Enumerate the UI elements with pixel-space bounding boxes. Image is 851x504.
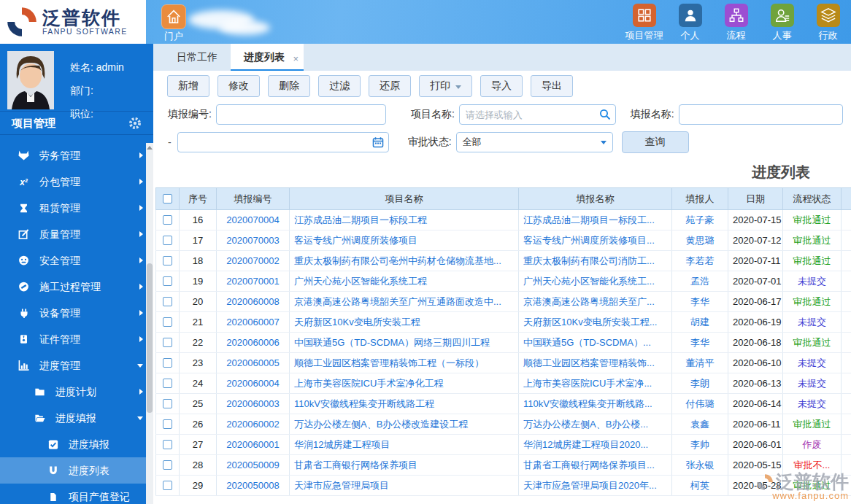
cell-report-no[interactable]: 2020070004 xyxy=(226,214,279,225)
tab-progress-list[interactable]: 进度列表 × xyxy=(231,44,304,71)
cell-project-name[interactable]: 天津市应急管理局项目 xyxy=(294,480,389,491)
row-checkbox[interactable] xyxy=(163,317,172,327)
toolbar-button-1[interactable]: 新增 xyxy=(167,75,209,97)
cell-report-no[interactable]: 2020060006 xyxy=(226,337,279,348)
cell-project-name[interactable]: 华润12城房建工程项目 xyxy=(294,439,390,450)
sidebar-item-进度列表[interactable]: 进度列表 xyxy=(0,457,153,484)
cell-report-name[interactable]: 华润12城房建工程项目2020... xyxy=(523,439,648,450)
row-checkbox[interactable] xyxy=(163,276,172,286)
cell-report-name[interactable]: 天府新区10Kv变电所安装工程... xyxy=(523,317,657,327)
query-button[interactable]: 查询 xyxy=(622,131,689,153)
row-checkbox[interactable] xyxy=(163,358,172,368)
cell-report-name[interactable]: 万达办公楼左侧A、B办公楼... xyxy=(523,419,648,430)
sidebar-item-证件管理[interactable]: 证件管理 xyxy=(0,326,153,352)
row-checkbox[interactable] xyxy=(163,215,172,225)
cell-report-name[interactable]: 天津市应急管理局项目2020年... xyxy=(523,480,657,491)
cell-project-name[interactable]: 中国联通5G（TD-SCDMA）网络三期四川工程 xyxy=(294,337,490,348)
scrollbar-thumb[interactable] xyxy=(147,263,153,413)
cell-report-name[interactable]: 甘肃省工商银行网络保养项目... xyxy=(523,460,655,470)
cell-report-no[interactable]: 2020070003 xyxy=(226,235,279,246)
toolbar-button-4[interactable]: 过滤 xyxy=(318,75,361,97)
cell-person[interactable]: 李帅 xyxy=(690,439,709,450)
sidebar-item-进度填报[interactable]: 进度填报 xyxy=(0,405,153,431)
row-checkbox[interactable] xyxy=(163,379,172,388)
cell-report-name[interactable]: 110kV安徽线程集变开断线路... xyxy=(523,398,652,409)
cell-project-name[interactable]: 客运专线广州调度所装修项目 xyxy=(294,235,417,246)
cell-report-name[interactable]: 广州天心苑小区智能化系统工... xyxy=(523,276,655,287)
toolbar-button-7[interactable]: 导入 xyxy=(480,75,523,97)
report-name-input[interactable] xyxy=(679,104,843,125)
cell-person[interactable]: 胡建 xyxy=(690,317,709,327)
cell-report-name[interactable]: 客运专线广州调度所装修项目... xyxy=(523,235,655,246)
nav-hr[interactable]: 人事 xyxy=(759,4,805,42)
cell-report-no[interactable]: 2020060008 xyxy=(226,296,279,307)
cell-project-name[interactable]: 上海市美容医院ICU手术室净化工程 xyxy=(294,378,443,389)
nav-portal[interactable]: 门户 xyxy=(158,4,190,43)
cell-report-name[interactable]: 中国联通5G（TD-SCDMA）... xyxy=(523,337,651,348)
cell-report-no[interactable]: 2020060002 xyxy=(226,419,279,430)
cell-project-name[interactable]: 江苏成品油二期项目一标段工程 xyxy=(294,214,427,225)
sidebar-item-进度计划[interactable]: 进度计划 xyxy=(0,379,153,405)
row-checkbox[interactable] xyxy=(163,440,172,449)
gear-icon[interactable] xyxy=(128,117,142,130)
cell-report-no[interactable]: 2020060005 xyxy=(226,357,279,368)
report-no-input[interactable] xyxy=(216,104,386,125)
search-icon[interactable] xyxy=(599,109,611,120)
nav-project-management[interactable]: 项目管理 xyxy=(621,4,667,42)
cell-project-name[interactable]: 顺德工业园区档案管理精装饰工程（一标段） xyxy=(294,357,484,368)
sidebar-item-分包管理[interactable]: x²分包管理 xyxy=(0,168,153,195)
cell-report-no[interactable]: 2020050008 xyxy=(226,480,279,491)
row-checkbox[interactable] xyxy=(163,481,172,490)
cell-report-name[interactable]: 江苏成品油二期项目一标段工... xyxy=(523,214,655,225)
tab-close-icon[interactable]: × xyxy=(293,45,299,72)
cell-project-name[interactable]: 广州天心苑小区智能化系统工程 xyxy=(294,276,427,287)
cell-person[interactable]: 袁鑫 xyxy=(690,419,709,430)
cell-project-name[interactable]: 万达办公楼左侧A、B办公楼改造建设工程 xyxy=(294,419,468,430)
cell-person[interactable]: 李华 xyxy=(690,337,709,348)
sidebar-item-进度填报[interactable]: 进度填报 xyxy=(0,431,153,457)
toolbar-button-5[interactable]: 还原 xyxy=(369,75,411,97)
cell-person[interactable]: 李朗 xyxy=(690,378,709,389)
toolbar-button-2[interactable]: 修改 xyxy=(217,75,260,97)
sidebar-item-进度管理[interactable]: 进度管理 xyxy=(0,352,153,379)
cell-report-no[interactable]: 2020050009 xyxy=(226,460,279,470)
sidebar-item-劳务管理[interactable]: 劳务管理 xyxy=(0,142,153,168)
cell-person[interactable]: 付伟璐 xyxy=(686,398,715,409)
cell-project-name[interactable]: 天府新区10Kv变电所安装工程 xyxy=(294,317,420,327)
cell-report-no[interactable]: 2020060007 xyxy=(226,317,279,327)
cell-project-name[interactable]: 京港澳高速公路粤境韶关至广州互通路面改造中... xyxy=(294,296,501,307)
cell-person[interactable]: 张永银 xyxy=(686,460,715,470)
cell-report-no[interactable]: 2020060003 xyxy=(226,398,279,409)
approval-status-select[interactable]: 全部 xyxy=(456,132,613,152)
row-checkbox[interactable] xyxy=(163,460,172,470)
sidebar-item-施工过程管理[interactable]: 施工过程管理 xyxy=(0,274,153,300)
cell-report-name[interactable]: 京港澳高速公路粤境韶关至广... xyxy=(523,296,655,307)
project-name-input[interactable] xyxy=(459,104,616,125)
row-checkbox[interactable] xyxy=(163,256,172,265)
cell-report-no[interactable]: 2020060001 xyxy=(226,439,279,450)
sidebar-item-质量管理[interactable]: 质量管理 xyxy=(0,221,153,247)
toolbar-button-8[interactable]: 导出 xyxy=(531,75,573,97)
row-checkbox[interactable] xyxy=(163,236,172,245)
cell-person[interactable]: 董清平 xyxy=(686,357,715,368)
cell-person[interactable]: 柯英 xyxy=(690,480,709,491)
nav-administration[interactable]: 行政 xyxy=(805,4,851,42)
row-checkbox[interactable] xyxy=(163,399,172,408)
scrollbar-up-arrow-icon[interactable] xyxy=(147,146,153,150)
sidebar-item-项目产值登记[interactable]: 项目产值登记 xyxy=(0,484,153,504)
sidebar-scrollbar[interactable] xyxy=(146,143,153,504)
nav-personal[interactable]: 个人 xyxy=(667,4,713,42)
select-all-checkbox[interactable] xyxy=(163,194,172,203)
row-checkbox[interactable] xyxy=(163,419,172,429)
sidebar-item-安全管理[interactable]: 安全管理 xyxy=(0,247,153,274)
cell-person[interactable]: 李华 xyxy=(690,296,709,307)
toolbar-button-6[interactable]: 打印 xyxy=(419,75,472,97)
row-checkbox[interactable] xyxy=(163,297,172,306)
row-checkbox[interactable] xyxy=(163,338,172,347)
cell-report-no[interactable]: 2020060004 xyxy=(226,378,279,389)
cell-report-name[interactable]: 重庆太极制药有限公司消防工... xyxy=(523,255,655,266)
cell-person[interactable]: 李若若 xyxy=(686,255,715,266)
toolbar-button-3[interactable]: 删除 xyxy=(268,75,310,97)
sidebar-item-租赁管理[interactable]: 租赁管理 xyxy=(0,195,153,221)
cell-person[interactable]: 苑子豪 xyxy=(686,214,715,225)
